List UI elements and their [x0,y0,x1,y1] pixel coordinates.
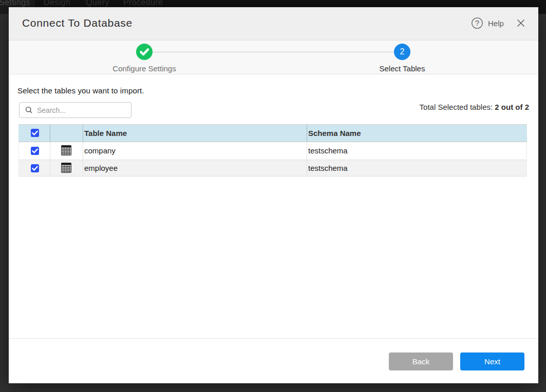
svg-text:?: ? [475,18,479,27]
